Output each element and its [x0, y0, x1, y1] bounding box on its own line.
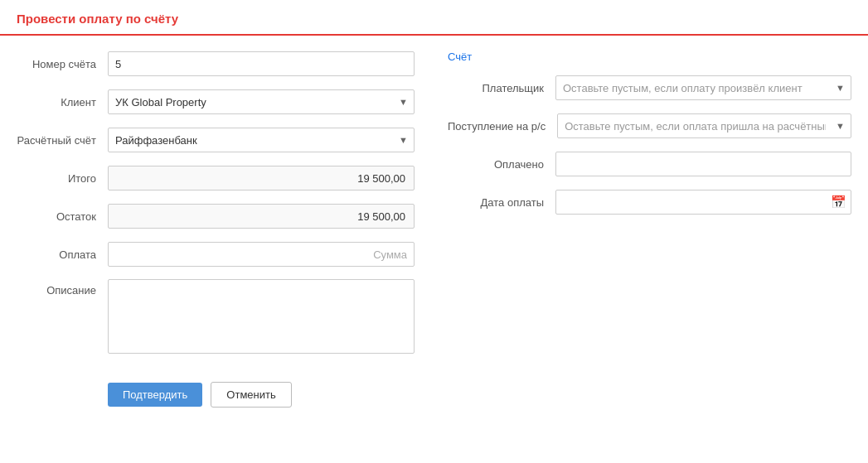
data-oplaty-row: Дата оплаты 📅: [448, 189, 851, 215]
nomer-label: Номер счёта: [17, 58, 108, 70]
platelshik-row: Плательщик Оставьте пустым, если оплату …: [448, 75, 851, 101]
oplata-label: Оплата: [17, 248, 108, 261]
schet-link[interactable]: Счёт: [448, 51, 851, 63]
platelshik-select[interactable]: Оставьте пустым, если оплату произвёл кл…: [555, 75, 851, 100]
platelshik-select-wrapper: Оставьте пустым, если оплату произвёл кл…: [555, 75, 851, 100]
opisanie-textarea[interactable]: [108, 279, 415, 354]
opisanie-row: Описание: [17, 279, 415, 354]
oplacheno-label: Оплачено: [448, 158, 555, 171]
data-oplaty-label: Дата оплаты: [448, 196, 555, 209]
nomer-row: Номер счёта: [17, 51, 415, 77]
postuplenie-select-wrapper: Оставьте пустым, если оплата пришла на р…: [557, 113, 851, 138]
postuplenie-row: Поступление на р/с Оставьте пустым, если…: [448, 113, 851, 139]
page-title: Провести оплату по счёту: [0, 0, 868, 36]
oplacheno-input[interactable]: [555, 152, 851, 176]
buttons-row: Подтвердить Отменить: [0, 374, 868, 424]
oplata-row: Оплата: [17, 241, 415, 268]
client-select-wrapper: УК Global Property ▼: [108, 89, 415, 114]
ostatok-row: Остаток: [17, 203, 415, 229]
raschet-row: Расчётный счёт Райффазенбанк ▼: [17, 127, 415, 153]
postuplenie-label: Поступление на р/с: [448, 120, 557, 133]
ostatok-input: [108, 204, 415, 229]
confirm-button[interactable]: Подтвердить: [108, 383, 202, 407]
raschet-select[interactable]: Райффазенбанк: [108, 128, 415, 152]
oplacheno-row: Оплачено: [448, 151, 851, 177]
cancel-button[interactable]: Отменить: [211, 382, 291, 408]
itogo-label: Итого: [17, 172, 108, 185]
postuplenie-select[interactable]: Оставьте пустым, если оплата пришла на р…: [557, 113, 851, 138]
data-oplaty-input[interactable]: [555, 190, 851, 215]
right-column: Счёт Плательщик Оставьте пустым, если оп…: [439, 51, 851, 365]
itogo-row: Итого: [17, 165, 415, 191]
ostatok-label: Остаток: [17, 210, 108, 223]
date-input-wrapper: 📅: [555, 190, 851, 215]
itogo-input: [108, 166, 415, 191]
client-select[interactable]: УК Global Property: [108, 89, 415, 114]
raschet-label: Расчётный счёт: [17, 134, 108, 147]
oplata-input[interactable]: [108, 242, 415, 267]
raschet-select-wrapper: Райффазенбанк ▼: [108, 128, 415, 152]
opisanie-label: Описание: [17, 279, 108, 297]
platelshik-label: Плательщик: [448, 82, 555, 94]
nomer-input[interactable]: [108, 51, 415, 76]
client-row: Клиент УК Global Property ▼: [17, 89, 415, 115]
client-label: Клиент: [17, 96, 108, 109]
left-column: Номер счёта Клиент УК Global Property ▼ …: [17, 51, 439, 365]
form-area: Номер счёта Клиент УК Global Property ▼ …: [0, 36, 868, 374]
page-wrapper: Провести оплату по счёту Номер счёта Кли…: [0, 0, 868, 463]
